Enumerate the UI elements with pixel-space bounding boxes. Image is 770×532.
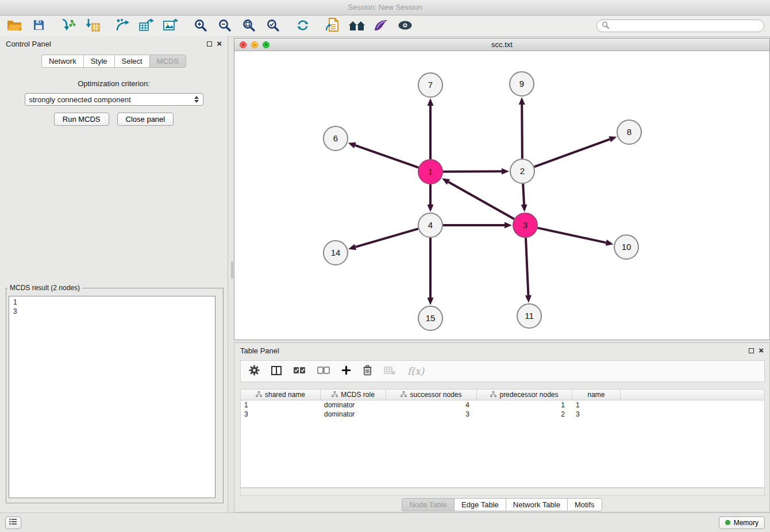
- cell-successor-nodes[interactable]: 3: [386, 410, 477, 419]
- result-item[interactable]: 1: [13, 298, 215, 307]
- vertical-splitter-handle[interactable]: [231, 261, 233, 279]
- column-header-successor-nodes[interactable]: successor nodes: [386, 390, 477, 400]
- delete-table-button[interactable]: [384, 363, 396, 379]
- save-session-button[interactable]: [30, 17, 47, 34]
- tab-network-table[interactable]: Network Table: [506, 498, 567, 511]
- zoom-selected-button[interactable]: [264, 17, 282, 34]
- fx-icon: f(x): [407, 365, 424, 377]
- tab-edge-table[interactable]: Edge Table: [454, 498, 506, 511]
- import-table-button[interactable]: [84, 17, 101, 34]
- graph-node-15[interactable]: 15: [418, 306, 442, 330]
- graph-edge[interactable]: [534, 136, 617, 167]
- clone-network-button[interactable]: [138, 17, 155, 34]
- cell-mcds-role[interactable]: dominator: [321, 400, 386, 410]
- deselect-all-button[interactable]: [317, 363, 330, 379]
- cell-shared-name[interactable]: 1: [241, 400, 321, 410]
- minimize-window-icon[interactable]: −: [251, 41, 258, 48]
- graph-node-8[interactable]: 8: [617, 120, 641, 144]
- graph-edge[interactable]: [521, 184, 528, 212]
- first-neighbors-button[interactable]: [324, 17, 341, 34]
- zoom-window-icon[interactable]: +: [263, 41, 270, 48]
- graph-node-14[interactable]: 14: [324, 241, 348, 265]
- cell-name[interactable]: 3: [572, 410, 621, 419]
- show-hide-button[interactable]: [396, 17, 414, 34]
- table-horizontal-scrollbar[interactable]: [240, 488, 765, 496]
- export-image-button[interactable]: [162, 17, 179, 34]
- graph-edge[interactable]: [525, 238, 532, 303]
- graph-edge[interactable]: [348, 142, 419, 168]
- close-window-icon[interactable]: ×: [240, 41, 247, 48]
- svg-text:11: 11: [525, 311, 534, 321]
- graph-edge[interactable]: [428, 184, 434, 212]
- show-all-button[interactable]: [348, 17, 365, 34]
- graph-node-9[interactable]: 9: [510, 72, 534, 96]
- open-session-button[interactable]: [6, 17, 23, 34]
- tab-style[interactable]: Style: [83, 55, 114, 68]
- graph-node-7[interactable]: 7: [418, 73, 442, 97]
- graph-edge[interactable]: [428, 238, 434, 305]
- cell-successor-nodes[interactable]: 4: [386, 400, 477, 410]
- graph-edge[interactable]: [428, 98, 434, 159]
- graph-edge[interactable]: [519, 97, 525, 159]
- tab-motifs[interactable]: Motifs: [567, 498, 602, 511]
- graph-node-2[interactable]: 2: [510, 159, 534, 183]
- graph-node-6[interactable]: 6: [324, 126, 348, 151]
- column-header-mcds-role[interactable]: MCDS role: [321, 390, 386, 400]
- column-header-predecessor-nodes[interactable]: predecessor nodes: [477, 390, 572, 400]
- tab-mcds[interactable]: MCDS: [149, 55, 186, 68]
- graph-edge[interactable]: [443, 222, 512, 229]
- import-network-button[interactable]: [60, 17, 77, 34]
- zoom-fit-button[interactable]: [240, 17, 257, 34]
- svg-text:8: 8: [627, 127, 632, 137]
- result-item[interactable]: 3: [13, 307, 215, 316]
- delete-column-button[interactable]: [363, 363, 372, 379]
- cell-mcds-role[interactable]: dominator: [321, 410, 386, 419]
- tab-select[interactable]: Select: [114, 55, 149, 68]
- select-all-button[interactable]: [293, 363, 306, 379]
- network-canvas[interactable]: 7968124314101511: [234, 52, 769, 340]
- close-table-panel-icon[interactable]: ×: [759, 347, 764, 354]
- tab-node-table[interactable]: Node Table: [402, 498, 454, 511]
- graph-node-1[interactable]: 1: [418, 160, 442, 184]
- cell-shared-name[interactable]: 3: [241, 410, 321, 419]
- new-network-button[interactable]: [114, 17, 131, 34]
- zoom-out-button[interactable]: [216, 17, 233, 34]
- close-panel-button[interactable]: Close panel: [117, 113, 174, 126]
- task-history-button[interactable]: [5, 516, 21, 529]
- cell-predecessor-nodes[interactable]: 2: [477, 410, 572, 419]
- zoom-in-button[interactable]: [192, 17, 209, 34]
- graph-node-10[interactable]: 10: [614, 235, 638, 259]
- zoom-selected-icon: [266, 18, 280, 34]
- cell-name[interactable]: 1: [572, 400, 621, 410]
- show-columns-button[interactable]: [271, 363, 282, 379]
- run-mcds-button[interactable]: Run MCDS: [54, 113, 109, 126]
- table-row[interactable]: 3 dominator 3 2 3: [241, 410, 764, 419]
- close-panel-icon[interactable]: ×: [217, 40, 222, 47]
- table-options-button[interactable]: [249, 363, 260, 379]
- float-table-panel-icon[interactable]: [749, 348, 754, 353]
- table-row[interactable]: 1 dominator 4 1 1: [241, 400, 764, 410]
- apply-layout-button[interactable]: [294, 17, 311, 34]
- optimization-criterion-select[interactable]: strongly connected component: [25, 93, 203, 106]
- graph-node-4[interactable]: 4: [418, 213, 442, 237]
- mcds-result-list[interactable]: 1 3: [9, 296, 215, 498]
- memory-button[interactable]: Memory: [719, 516, 765, 529]
- float-panel-icon[interactable]: [207, 41, 212, 47]
- tab-network[interactable]: Network: [41, 55, 83, 68]
- function-builder-button[interactable]: f(x): [407, 363, 424, 379]
- graph-node-3[interactable]: 3: [513, 213, 537, 237]
- search-field[interactable]: [596, 20, 764, 32]
- graph-edge[interactable]: [538, 228, 614, 246]
- column-header-name[interactable]: name: [572, 390, 621, 400]
- cell-predecessor-nodes[interactable]: 1: [477, 400, 572, 410]
- search-input[interactable]: [612, 22, 759, 30]
- add-column-button[interactable]: [341, 363, 351, 379]
- graph-edge[interactable]: [443, 168, 509, 175]
- graph-edge[interactable]: [442, 178, 514, 219]
- network-graph[interactable]: 7968124314101511: [234, 52, 769, 341]
- graph-node-11[interactable]: 11: [517, 304, 541, 328]
- column-header-shared-name[interactable]: shared name: [241, 390, 321, 400]
- select-all-icon: [293, 367, 306, 376]
- style-button[interactable]: [372, 17, 390, 34]
- graph-edge[interactable]: [348, 229, 418, 250]
